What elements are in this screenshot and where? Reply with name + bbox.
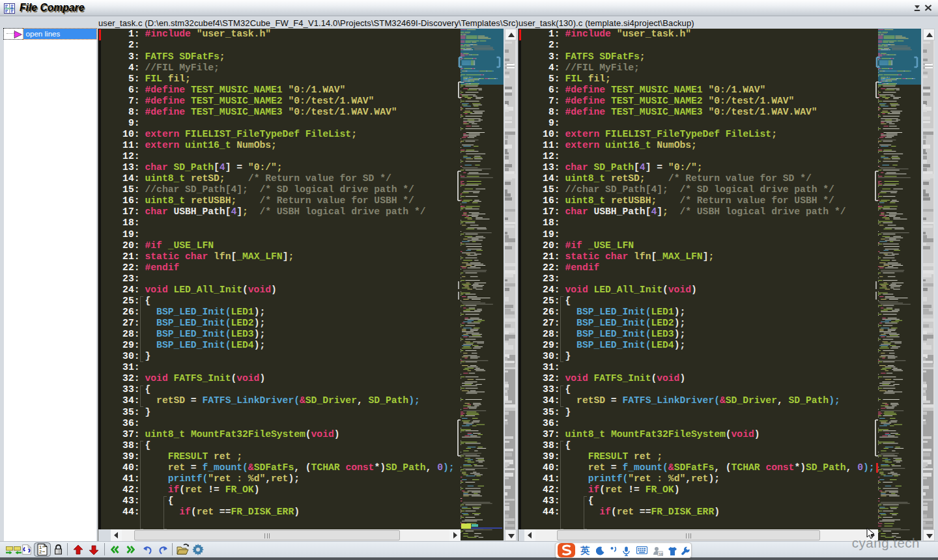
svg-text:2: 2 xyxy=(39,549,42,555)
svg-text:10: 10 xyxy=(659,552,663,556)
